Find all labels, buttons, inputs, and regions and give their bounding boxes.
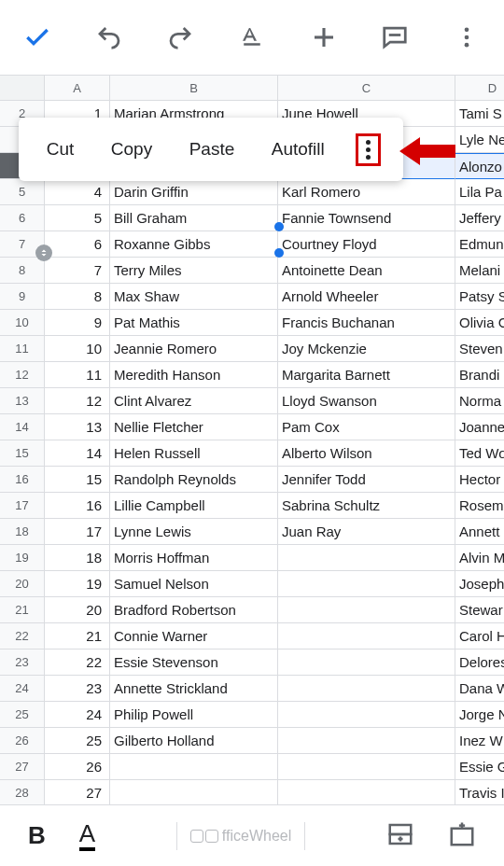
table-row[interactable]: 1413Nellie FletcherPam CoxJoanne (0, 414, 504, 440)
cell[interactable]: Randolph Reynolds (110, 467, 278, 493)
row-header[interactable]: 17 (0, 493, 45, 519)
cell[interactable]: Olivia C (455, 310, 504, 336)
col-header-B[interactable]: B (110, 76, 278, 100)
table-row[interactable]: 2120Bradford RobertsonStewar (0, 597, 504, 623)
cell[interactable]: 22 (45, 650, 110, 676)
col-header-D[interactable]: D (455, 76, 504, 100)
cell[interactable]: 18 (45, 545, 110, 571)
table-row[interactable]: 2726Essie G (0, 754, 504, 780)
cell[interactable]: 4 (45, 179, 110, 205)
row-header[interactable]: 13 (0, 388, 45, 414)
row-header[interactable]: 5 (0, 179, 45, 205)
cell[interactable] (278, 702, 455, 728)
row-header[interactable]: 16 (0, 467, 45, 493)
accept-icon[interactable] (19, 19, 56, 56)
row-header[interactable]: 26 (0, 728, 45, 754)
row-header[interactable]: 24 (0, 676, 45, 702)
col-header-C[interactable]: C (278, 76, 455, 100)
cell[interactable]: 7 (45, 258, 110, 284)
table-row[interactable]: 1615Randolph ReynoldsJennifer ToddHector (0, 467, 504, 493)
cell[interactable]: Annett (455, 519, 504, 545)
cell[interactable]: Delores (455, 650, 504, 676)
cell[interactable]: Helen Russell (110, 440, 278, 467)
cell[interactable]: Melani (455, 258, 504, 284)
table-row[interactable]: 2322Essie StevensonDelores (0, 650, 504, 676)
row-header[interactable]: 25 (0, 702, 45, 728)
table-row[interactable]: 1817Lynne LewisJuan RayAnnett (0, 519, 504, 545)
cell[interactable]: Antoinette Dean (278, 258, 455, 284)
cell[interactable]: Joseph (455, 571, 504, 597)
table-row[interactable]: 2625Gilberto HollandInez W (0, 728, 504, 754)
text-format-icon[interactable] (233, 19, 271, 56)
cell[interactable]: Carol H (455, 623, 504, 650)
cell[interactable]: 13 (45, 414, 110, 440)
cell[interactable]: Tami S (455, 101, 504, 127)
cell[interactable]: Essie G (455, 754, 504, 780)
table-row[interactable]: 65Bill GrahamFannie TownsendJeffery (0, 205, 504, 231)
cell[interactable]: Lila Pa (455, 179, 504, 205)
row-header[interactable]: 6 (0, 205, 45, 231)
add-icon[interactable] (305, 19, 343, 56)
row-header[interactable]: 8 (0, 258, 45, 284)
row-header[interactable]: 18 (0, 519, 45, 545)
cell[interactable]: Annette Strickland (110, 676, 278, 702)
cell[interactable]: Courtney Floyd (278, 231, 455, 258)
cell[interactable]: Pat Mathis (110, 310, 278, 336)
cell[interactable]: Nellie Fletcher (110, 414, 278, 440)
context-more-icon[interactable] (366, 140, 371, 160)
table-row[interactable]: 1918Morris HoffmanAlvin M (0, 545, 504, 571)
cell[interactable]: Fannie Townsend (278, 205, 455, 231)
cell[interactable]: Lloyd Swanson (278, 388, 455, 414)
cell[interactable]: Sabrina Schultz (278, 493, 455, 519)
cell[interactable]: Roxanne Gibbs (110, 231, 278, 258)
cell[interactable]: 23 (45, 676, 110, 702)
row-header[interactable]: 9 (0, 284, 45, 310)
cell[interactable] (278, 754, 455, 780)
cell[interactable]: Ted Wo (455, 440, 504, 467)
row-header[interactable]: 19 (0, 545, 45, 571)
selection-handle-bottom[interactable] (274, 248, 284, 258)
cell[interactable]: Dana W (455, 676, 504, 702)
cell[interactable]: Brandi (455, 362, 504, 388)
cell[interactable]: 12 (45, 388, 110, 414)
cell[interactable] (278, 650, 455, 676)
cell[interactable]: Inez W (455, 728, 504, 754)
context-copy[interactable]: Copy (105, 139, 158, 160)
cell[interactable]: 5 (45, 205, 110, 231)
cell[interactable]: Clint Alvarez (110, 388, 278, 414)
cell[interactable]: Connie Warner (110, 623, 278, 650)
table-row[interactable]: 1312Clint AlvarezLloyd SwansonNorma (0, 388, 504, 414)
cell[interactable]: 10 (45, 336, 110, 362)
bold-button[interactable]: B (28, 821, 46, 850)
insert-row-below-icon[interactable] (386, 820, 414, 852)
cell[interactable]: 6 (45, 231, 110, 258)
cell[interactable]: Norma (455, 388, 504, 414)
cell[interactable]: Meredith Hanson (110, 362, 278, 388)
cell[interactable]: 8 (45, 284, 110, 310)
cell[interactable]: 15 (45, 467, 110, 493)
table-row[interactable]: 109Pat MathisFrancis BuchananOlivia C (0, 310, 504, 336)
cell[interactable]: Steven (455, 336, 504, 362)
cell[interactable]: 17 (45, 519, 110, 545)
cell[interactable] (278, 623, 455, 650)
cell[interactable]: Travis I (455, 780, 504, 806)
cell[interactable] (110, 780, 278, 806)
cell[interactable]: Terry Miles (110, 258, 278, 284)
cell[interactable]: Bradford Robertson (110, 597, 278, 623)
grid[interactable]: 21Marian ArmstrongJune HowellTami S32Lyl… (0, 101, 504, 806)
cell[interactable] (278, 571, 455, 597)
cell[interactable]: Joanne (455, 414, 504, 440)
cell[interactable]: 25 (45, 728, 110, 754)
cell[interactable]: Gilberto Holland (110, 728, 278, 754)
cell[interactable]: 21 (45, 623, 110, 650)
cell[interactable]: Essie Stevenson (110, 650, 278, 676)
cell[interactable]: Morris Hoffman (110, 545, 278, 571)
cell[interactable]: 14 (45, 440, 110, 467)
cell[interactable] (278, 545, 455, 571)
redo-icon[interactable] (161, 19, 199, 56)
context-autofill[interactable]: Autofill (266, 139, 330, 160)
cell[interactable]: Darin Griffin (110, 179, 278, 205)
table-row[interactable]: 2524Philip PowellJorge N (0, 702, 504, 728)
cell[interactable]: Jeannie Romero (110, 336, 278, 362)
cell[interactable]: Philip Powell (110, 702, 278, 728)
